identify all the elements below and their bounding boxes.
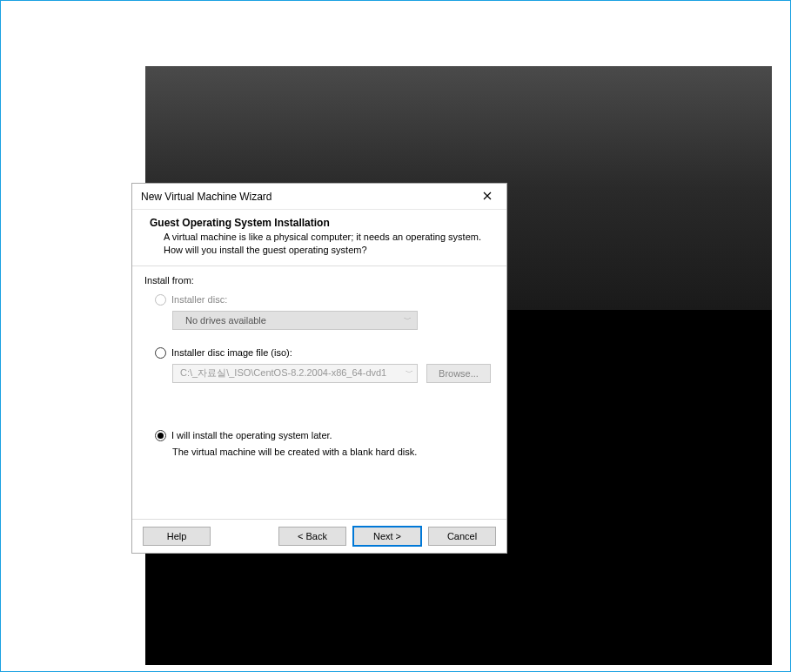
- back-button[interactable]: < Back: [278, 527, 346, 546]
- dialog-header-title: Guest Operating System Installation: [144, 217, 494, 229]
- radio-icon: [155, 294, 166, 306]
- next-button[interactable]: Next >: [353, 527, 421, 546]
- browse-button[interactable]: Browse...: [426, 364, 491, 383]
- radio-icon: [155, 430, 166, 441]
- close-button[interactable]: [473, 186, 501, 207]
- window-frame: New Virtual Machine Wizard Guest Operati…: [0, 0, 791, 672]
- dialog-body: Install from: Installer disc: No drives …: [132, 266, 506, 519]
- drive-dropdown[interactable]: No drives available ﹀: [172, 311, 418, 330]
- dialog-titlebar[interactable]: New Virtual Machine Wizard: [132, 184, 506, 210]
- cancel-button-label: Cancel: [447, 531, 477, 541]
- iso-path-text: C:\_자료실\_ISO\CentOS-8.2.2004-x86_64-dvd1: [180, 366, 386, 380]
- wizard-dialog: New Virtual Machine Wizard Guest Operati…: [131, 183, 507, 554]
- dialog-title: New Virtual Machine Wizard: [141, 191, 272, 203]
- close-icon: [483, 190, 492, 203]
- dialog-footer: Help < Back Next > Cancel: [132, 519, 506, 553]
- cancel-button[interactable]: Cancel: [428, 527, 496, 546]
- radio-label-disc: Installer disc:: [171, 294, 227, 305]
- radio-label-iso: Installer disc image file (iso):: [171, 347, 292, 358]
- help-button-label: Help: [167, 531, 187, 541]
- dialog-header-description: A virtual machine is like a physical com…: [144, 231, 494, 257]
- next-button-label: Next >: [373, 531, 401, 541]
- radio-install-later[interactable]: I will install the operating system late…: [144, 430, 494, 441]
- iso-path-combo[interactable]: C:\_자료실\_ISO\CentOS-8.2.2004-x86_64-dvd1…: [172, 364, 418, 383]
- install-from-label: Install from:: [144, 275, 494, 286]
- back-button-label: < Back: [298, 531, 327, 541]
- dialog-header: Guest Operating System Installation A vi…: [132, 210, 506, 266]
- chevron-down-icon: ﹀: [406, 367, 413, 379]
- browse-button-label: Browse...: [439, 368, 479, 379]
- later-description: The virtual machine will be created with…: [144, 447, 494, 457]
- radio-icon: [155, 347, 166, 359]
- chevron-down-icon: ﹀: [404, 314, 412, 326]
- content-area: New Virtual Machine Wizard Guest Operati…: [10, 18, 781, 662]
- radio-installer-iso[interactable]: Installer disc image file (iso):: [144, 347, 494, 359]
- radio-label-later: I will install the operating system late…: [171, 430, 332, 440]
- help-button[interactable]: Help: [143, 527, 211, 546]
- iso-row: C:\_자료실\_ISO\CentOS-8.2.2004-x86_64-dvd1…: [172, 364, 494, 383]
- drive-dropdown-value: No drives available: [185, 315, 266, 326]
- later-section: I will install the operating system late…: [144, 430, 494, 457]
- radio-installer-disc[interactable]: Installer disc:: [144, 294, 494, 306]
